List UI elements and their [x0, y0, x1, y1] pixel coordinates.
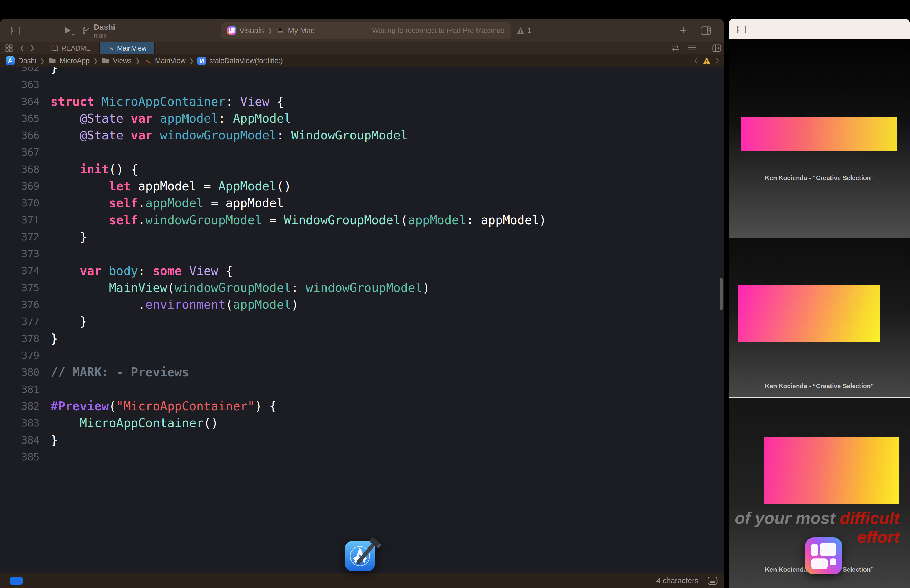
destination-name: My Mac [288, 26, 315, 35]
code-line[interactable]: 369 let appModel = AppModel() [0, 178, 724, 194]
code-line[interactable]: 364struct MicroAppContainer: View { [0, 93, 724, 110]
text-lines-icon[interactable] [688, 45, 696, 52]
code-line[interactable]: 383 MicroAppContainer() [0, 415, 724, 431]
code-line[interactable]: 379 [0, 347, 724, 364]
xcode-dock-icon[interactable] [345, 538, 380, 573]
folder-icon [102, 58, 110, 64]
slide-subtitle-red: difficult [840, 509, 899, 527]
line-number: 372 [0, 228, 39, 245]
slide-title: Look for ways to make quick progress [729, 117, 910, 151]
tab-bar: README MainView [0, 42, 724, 54]
code-text: MicroAppContainer() [50, 415, 218, 431]
scrollbar-thumb[interactable] [720, 278, 723, 310]
breadcrumb-project[interactable]: Dashi [18, 57, 36, 65]
line-number: 368 [0, 161, 39, 178]
sidebar-toggle-icon[interactable] [737, 26, 746, 34]
code-text: @State var appModel: AppModel [50, 110, 291, 127]
chevron-right-icon [31, 45, 34, 51]
run-options-chevron[interactable] [72, 34, 75, 36]
related-items-button[interactable] [5, 44, 13, 52]
add-tab-button[interactable]: + [680, 24, 687, 36]
code-line[interactable]: 370 self.appModel = appModel [0, 194, 724, 212]
swift-icon [144, 57, 151, 65]
code-text: } [50, 432, 58, 449]
sidebar-toggle-button[interactable] [11, 27, 21, 34]
issues-button[interactable] [517, 27, 525, 34]
add-editor-icon[interactable] [712, 44, 721, 52]
code-line[interactable]: 378} [0, 330, 724, 347]
code-line[interactable]: 365 @State var appModel: AppModel [0, 110, 724, 127]
status-blue-tag[interactable] [10, 577, 23, 585]
go-back-button[interactable] [20, 45, 24, 51]
code-text: var body: some View { [50, 262, 233, 279]
swap-arrows-icon[interactable] [671, 45, 680, 52]
code-line[interactable]: 367 [0, 144, 724, 161]
tab-label: README [61, 44, 91, 52]
breadcrumb-group[interactable]: Views [113, 57, 132, 65]
warning-triangle-icon[interactable] [703, 57, 711, 65]
visuals-dock-icon[interactable] [805, 538, 842, 574]
code-line[interactable]: 375 MainView(windowGroupModel: windowGro… [0, 279, 724, 296]
line-number: 385 [0, 449, 39, 465]
project-name[interactable]: Dashi [94, 23, 115, 32]
chevron-left-icon[interactable] [694, 58, 698, 64]
scheme-name: Visuals [239, 26, 264, 35]
code-line[interactable]: 366 @State var windowGroupModel: WindowG… [0, 127, 724, 144]
code-line[interactable]: 380// MARK: - Previews [0, 364, 724, 381]
line-number: 382 [0, 398, 39, 415]
book-icon [51, 45, 58, 52]
code-text: let appModel = AppModel() [50, 178, 291, 194]
code-line[interactable]: 363 [0, 76, 724, 93]
code-text: @State var windowGroupModel: WindowGroup… [50, 127, 408, 144]
line-number: 378 [0, 330, 39, 347]
code-line[interactable]: 376 .environment(appModel) [0, 296, 724, 313]
code-text: struct MicroAppContainer: View { [50, 93, 284, 110]
code-line[interactable]: 372 } [0, 228, 724, 245]
line-number: 362 [0, 67, 39, 76]
breadcrumb-group[interactable]: MicroApp [60, 57, 89, 65]
code-line[interactable]: 368 init() { [0, 161, 724, 178]
code-line[interactable]: 371 self.windowGroupModel = WindowGroupM… [0, 212, 724, 228]
app-icon-dashi [6, 57, 15, 65]
code-line[interactable]: 384} [0, 432, 724, 449]
run-button[interactable] [64, 26, 71, 34]
code-line[interactable]: 377 } [0, 313, 724, 330]
branch-indicator[interactable] [82, 26, 89, 35]
inspector-toggle-button[interactable] [700, 26, 711, 35]
code-line[interactable]: 382#Preview("MicroAppContainer") { [0, 398, 724, 415]
breadcrumb-file[interactable]: MainView [155, 57, 186, 65]
source-editor[interactable]: 362}363364struct MicroAppContainer: View… [0, 67, 724, 573]
xcode-window: Dashi main Visuals [0, 19, 724, 588]
code-line[interactable]: 385 [0, 449, 724, 465]
code-line[interactable]: 373 [0, 245, 724, 262]
code-line[interactable]: 362} [0, 67, 724, 76]
tab-mainview[interactable]: MainView [100, 42, 155, 54]
chevron-down-icon [72, 34, 75, 36]
code-line[interactable]: 374 var body: some View { [0, 262, 724, 279]
chevron-right-icon[interactable] [716, 58, 719, 64]
debug-area-icon[interactable] [708, 577, 718, 585]
slide-quick-progress[interactable]: Look for ways to make quick progress Ken… [729, 39, 910, 237]
line-number: 376 [0, 296, 39, 313]
editor-options-cluster [671, 42, 721, 54]
jump-bar: Dashi ❯ MicroApp ❯ Views ❯ MainView ❯ M … [0, 54, 724, 67]
go-forward-button[interactable] [31, 45, 34, 51]
scheme-status-pill[interactable]: Visuals ❯ My Mac Waiting to reconnect to… [221, 22, 511, 39]
slide-remove-distractions[interactable]: Remove distractions Ken Kocienda - “Crea… [729, 237, 910, 397]
line-number: 379 [0, 347, 39, 364]
line-number: 375 [0, 279, 39, 296]
line-number: 367 [0, 144, 39, 161]
code-text: self.appModel = appModel [50, 194, 284, 212]
code-text: } [50, 313, 87, 330]
selection-info: 4 characters [656, 577, 698, 585]
visuals-toolbar [729, 19, 910, 39]
tab-readme[interactable]: README [42, 42, 100, 54]
line-number: 374 [0, 262, 39, 279]
code-text: init() { [50, 161, 138, 178]
slide-subtitle-gray: of your most [735, 509, 840, 527]
code-line[interactable]: 381 [0, 381, 724, 398]
breadcrumb-symbol[interactable]: staleDataView(for:title:) [209, 57, 283, 65]
line-number: 384 [0, 432, 39, 449]
tab-nav-cluster [0, 42, 42, 54]
branch-name[interactable]: main [94, 32, 107, 39]
